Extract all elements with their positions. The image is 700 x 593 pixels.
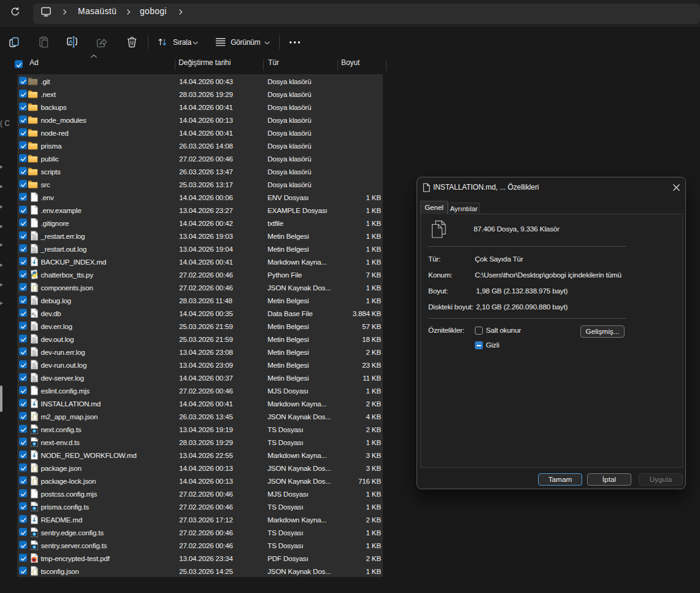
- svg-text:A: A: [69, 39, 73, 45]
